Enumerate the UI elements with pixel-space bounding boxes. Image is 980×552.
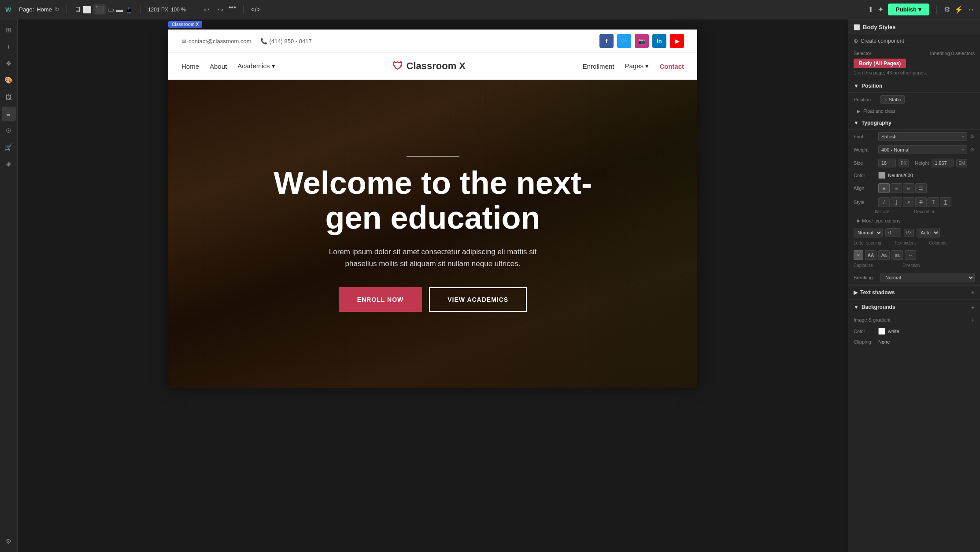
sidebar-icon-components[interactable]: ❖ (2, 56, 16, 70)
size-row: Size PX Height EM (848, 156, 980, 170)
linkedin-icon[interactable]: in (652, 34, 666, 48)
sidebar-icon-settings[interactable]: ⚙ (2, 534, 16, 548)
redo-button[interactable]: ↪ (214, 4, 227, 16)
sidebar-icon-layers[interactable]: ≡ (2, 107, 16, 121)
nav-left-links: Home About Academics ▾ (181, 62, 275, 70)
color-swatch[interactable] (878, 172, 885, 179)
site-topbar: ✉ contact@classroom.com 📞 (414) 850 - 04… (168, 30, 697, 53)
body-badge[interactable]: Classroom X (168, 21, 202, 28)
backgrounds-header[interactable]: ▼ Backgrounds + (848, 300, 980, 314)
more-type-options[interactable]: ▶ More type options (848, 216, 980, 226)
capitalize-aa2-button[interactable]: Aa (878, 250, 890, 260)
settings-icon[interactable]: ⚙ (944, 5, 950, 14)
direction-button[interactable]: ↔ (905, 250, 916, 260)
tablet-icon[interactable]: ⬜ (83, 5, 92, 14)
sidebar-icon-logic[interactable]: ◈ (2, 157, 16, 171)
height-input[interactable] (932, 159, 954, 167)
twitter-icon[interactable]: 🐦 (617, 34, 631, 48)
float-clear-label: Float and clear (863, 108, 895, 114)
float-clear-row[interactable]: ▶ Float and clear (848, 106, 980, 116)
nav-pages[interactable]: Pages ▾ (625, 62, 649, 70)
font-selector[interactable]: Satoshi ▾ (878, 132, 967, 141)
position-static-badge[interactable]: × Static (880, 95, 905, 104)
align-left-button[interactable]: ≡ (878, 183, 890, 193)
no-style-button[interactable]: × (903, 197, 914, 207)
sidebar-icon-pages[interactable]: ⊞ (2, 23, 16, 37)
enroll-button[interactable]: ENROLL NOW (339, 287, 422, 312)
publish-button[interactable]: Publish ▾ (888, 4, 929, 15)
view-academics-button[interactable]: VIEW ACADEMICS (429, 287, 527, 312)
nav-enrollment[interactable]: Enrollment (583, 63, 614, 70)
columns-select[interactable]: Auto (917, 228, 940, 237)
desktop-icon[interactable]: 🖥 (74, 6, 81, 14)
nav-contact[interactable]: Contact (659, 63, 684, 70)
letter-spacing-input[interactable] (885, 228, 901, 237)
code-editor-icon[interactable]: </> (251, 6, 261, 14)
hero-divider (407, 156, 459, 157)
size-input[interactable] (878, 159, 896, 167)
hero-content: Welcome to the next-gen education Lorem … (257, 156, 609, 312)
overline-button[interactable]: T (928, 197, 939, 207)
columns-label: Columns (929, 241, 946, 245)
monitor-icon[interactable]: ▭ (107, 5, 114, 14)
undo-button[interactable]: ↩ (200, 4, 213, 16)
site-contact-info: ✉ contact@classroom.com 📞 (414) 850 - 04… (181, 38, 312, 44)
export-icon[interactable]: ⬆ (868, 5, 873, 14)
align-justify-button[interactable]: ☰ (915, 183, 927, 193)
capitalize-clear-button[interactable]: × (854, 250, 863, 260)
weight-chevron-icon: ▾ (962, 148, 964, 152)
tablet-landscape-icon[interactable]: ⬛ (93, 4, 106, 15)
bg-color-swatch[interactable] (878, 328, 885, 335)
ai-icon[interactable]: ✦ (878, 5, 884, 14)
position-collapse-header[interactable]: ▼ Position (848, 79, 980, 93)
underline-button[interactable]: I (891, 197, 902, 207)
sidebar-icon-assets[interactable]: 🖼 (2, 90, 16, 104)
weight-selector[interactable]: 400 - Normal ▾ (878, 145, 967, 154)
canvas-area[interactable]: Classroom X ✉ contact@classroom.com 📞 (4… (18, 19, 848, 552)
align-right-button[interactable]: ≡ (903, 183, 914, 193)
strikethrough-button[interactable]: T (915, 197, 927, 207)
instagram-icon[interactable]: 📷 (635, 34, 649, 48)
typography-collapse-header[interactable]: ▼ Typography (848, 116, 980, 130)
text-shadows-header[interactable]: ▶ Text shadows + (848, 285, 980, 300)
capitalize-aa3-button[interactable]: aa (891, 250, 903, 260)
nav-home[interactable]: Home (181, 63, 199, 70)
italicize-label: Italicize (875, 209, 889, 214)
normal-select[interactable]: Normal (854, 228, 883, 237)
sidebar-icon-ecommerce[interactable]: 🛒 (2, 140, 16, 154)
size-unit: PX (899, 159, 909, 167)
sidebar-icon-cms[interactable]: ⊙ (2, 123, 16, 137)
sidebar-icon-styles[interactable]: 🎨 (2, 73, 16, 87)
nav-academics[interactable]: Academics ▾ (237, 62, 275, 70)
more-actions-icon[interactable]: ••• (229, 4, 236, 16)
selector-tag[interactable]: Body (All Pages) (854, 59, 906, 68)
weight-settings-icon[interactable]: ⚙ (970, 147, 975, 153)
backgrounds-title: ▼ Backgrounds (854, 304, 895, 310)
breaking-select[interactable]: Normal (880, 273, 975, 282)
capitalize-aa-button[interactable]: AA (865, 250, 876, 260)
text-shadows-add-button[interactable]: + (971, 289, 975, 296)
interactions-icon[interactable]: ⚡ (954, 5, 963, 14)
widescreen-icon[interactable]: ▬ (116, 6, 123, 14)
sidebar-icon-add[interactable]: ＋ (2, 40, 16, 54)
nav-about[interactable]: About (210, 63, 227, 70)
align-center-button[interactable]: ≡ (891, 183, 902, 193)
page-name[interactable]: Home (37, 6, 52, 13)
extra-type-row: Normal PX Auto (848, 226, 980, 240)
selector-section: Selector Inheriting 0 selectors Body (Al… (848, 47, 980, 79)
font-settings-icon[interactable]: ⚙ (970, 133, 975, 140)
expand-icon[interactable]: ↔ (968, 6, 975, 14)
email-info: ✉ contact@classroom.com (181, 38, 251, 44)
facebook-icon[interactable]: f (599, 34, 614, 48)
image-gradient-add-button[interactable]: + (971, 316, 975, 323)
backgrounds-add-button[interactable]: + (971, 304, 975, 311)
refresh-icon[interactable]: ↻ (55, 6, 59, 13)
social-icons: f 🐦 📷 in ▶ (599, 34, 684, 48)
italic-button[interactable]: I (878, 197, 890, 207)
youtube-icon[interactable]: ▶ (670, 34, 684, 48)
underline-deco-button[interactable]: T (940, 197, 951, 207)
position-x-icon[interactable]: × (884, 97, 887, 102)
selector-info: 1 on this page, 43 on other pages. (854, 70, 975, 75)
create-component-button[interactable]: ⊕ Create component (848, 35, 980, 47)
mobile-icon[interactable]: 📱 (125, 5, 133, 14)
